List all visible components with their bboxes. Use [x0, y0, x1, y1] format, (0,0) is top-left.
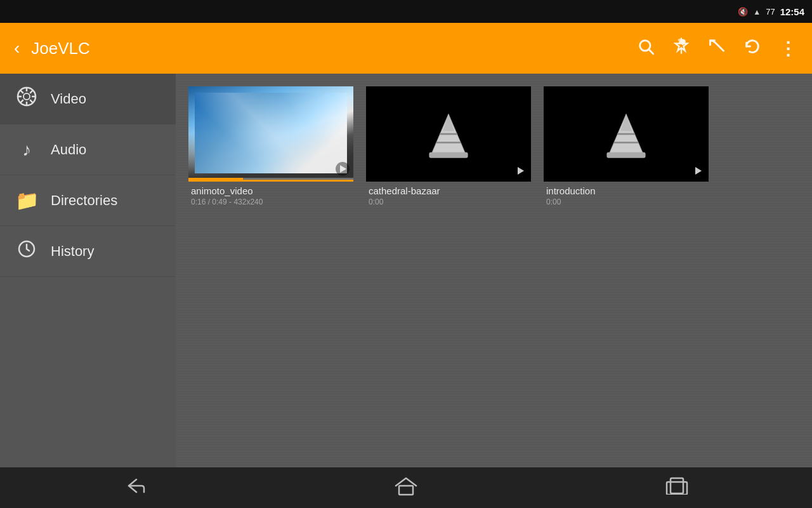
bottom-nav-bar — [0, 467, 812, 508]
svg-line-9 — [20, 90, 23, 93]
refresh-button[interactable] — [738, 32, 766, 64]
video-info-cathedral: cathedral-bazaar 0:00 — [366, 182, 531, 209]
sidebar-item-history[interactable]: History — [0, 226, 176, 277]
svg-rect-28 — [671, 478, 683, 493]
video-grid: animoto_video 0:16 / 0:49 - 432x240 — [176, 74, 812, 467]
video-title-animoto: animoto_video — [191, 185, 351, 196]
sidebar-video-label: Video — [51, 91, 86, 107]
play-overlay-2 — [513, 164, 527, 178]
video-icon — [15, 86, 38, 111]
nav-home-button[interactable] — [376, 471, 436, 505]
svg-line-12 — [20, 100, 23, 102]
battery-percentage: 77 — [766, 7, 775, 17]
more-button[interactable]: ⋮ — [774, 33, 802, 64]
sidebar-history-label: History — [51, 243, 94, 260]
video-thumb-animoto[interactable] — [188, 86, 353, 182]
search-button[interactable] — [632, 32, 660, 64]
video-info-animoto: animoto_video 0:16 / 0:49 - 432x240 — [188, 182, 353, 209]
sidebar-item-audio[interactable]: ♪ Audio — [0, 124, 176, 175]
sidebar-audio-label: Audio — [51, 142, 86, 158]
video-info-introduction: introduction 0:00 — [544, 182, 709, 209]
video-thumb-introduction[interactable] — [544, 86, 709, 182]
app-bar: ‹ JoeVLC ⋮ — [0, 23, 812, 74]
cone-thumbnail-cathedral — [366, 86, 531, 182]
video-card-introduction[interactable]: introduction 0:00 — [544, 86, 709, 209]
wifi-icon — [753, 6, 761, 17]
vlc-cone-icon — [420, 105, 477, 163]
svg-rect-18 — [429, 152, 468, 158]
play-overlay — [336, 162, 350, 176]
video-card-cathedral[interactable]: cathedral-bazaar 0:00 — [366, 86, 531, 209]
history-icon — [15, 239, 38, 263]
audio-icon: ♪ — [15, 140, 38, 160]
back-button[interactable]: ‹ — [10, 34, 23, 62]
video-thumb-cathedral[interactable] — [366, 86, 531, 182]
video-card-animoto[interactable]: animoto_video 0:16 / 0:49 - 432x240 — [188, 86, 353, 209]
svg-marker-19 — [443, 114, 454, 131]
nav-back-button[interactable] — [105, 472, 166, 504]
svg-point-4 — [23, 93, 30, 100]
mute-icon — [738, 6, 748, 17]
clock: 12:54 — [780, 6, 804, 17]
svg-line-11 — [30, 90, 32, 93]
svg-rect-24 — [606, 152, 645, 158]
svg-line-10 — [30, 100, 32, 102]
video-title-cathedral: cathedral-bazaar — [369, 185, 528, 196]
nav-recent-button[interactable] — [646, 472, 707, 504]
undo-button[interactable] — [703, 32, 731, 64]
progress-bar — [188, 178, 243, 180]
svg-marker-25 — [620, 114, 632, 131]
app-title: JoeVLC — [31, 39, 624, 58]
folder-icon: 📁 — [15, 189, 38, 211]
status-bar: 77 12:54 — [0, 0, 812, 23]
snowboard-thumbnail — [188, 86, 353, 180]
cone-thumbnail-introduction — [544, 86, 709, 182]
sidebar-directories-label: Directories — [51, 192, 117, 209]
video-meta-introduction: 0:00 — [546, 197, 706, 206]
vlc-cone-icon-2 — [598, 105, 655, 163]
svg-line-1 — [649, 50, 653, 53]
sidebar-item-video[interactable]: Video — [0, 74, 176, 124]
svg-rect-26 — [399, 486, 413, 495]
sidebar-item-directories[interactable]: 📁 Directories — [0, 175, 176, 226]
video-meta-cathedral: 0:00 — [369, 197, 528, 206]
video-meta-animoto: 0:16 / 0:49 - 432x240 — [191, 197, 351, 206]
main-content: Video ♪ Audio 📁 Directories History — [0, 74, 812, 467]
sidebar: Video ♪ Audio 📁 Directories History — [0, 74, 176, 467]
play-overlay-3 — [691, 164, 705, 178]
progress-track — [243, 178, 353, 180]
pin-button[interactable] — [667, 32, 695, 64]
video-title-introduction: introduction — [546, 185, 706, 196]
